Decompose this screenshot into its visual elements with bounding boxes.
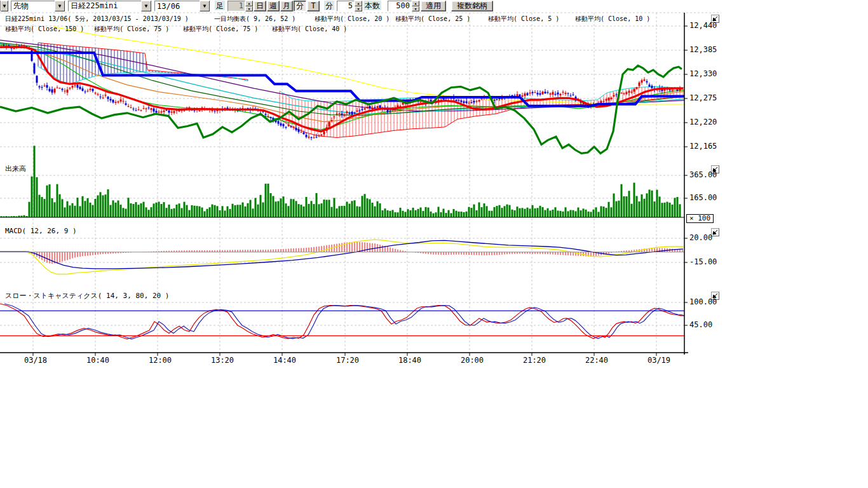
indicator-ma75b-label: 移動平均( Close, 75 ) <box>183 25 258 34</box>
indicator-ichimoku-label: 一目均衡表( 9, 26, 52 ) <box>214 15 295 24</box>
indicator-ma10-label: 移動平均( Close, 10 ) <box>575 15 650 24</box>
volume-pane-label: 出来高 <box>5 164 26 173</box>
indicator-ma150-label: 移動平均( Close, 150 ) <box>5 25 84 34</box>
y-axis-label: 12,220 <box>689 118 717 126</box>
x-axis-label: 22:40 <box>585 356 608 365</box>
y-axis-label: 365.00 <box>689 170 717 179</box>
y-axis-label: 45.00 <box>689 320 712 329</box>
y-axis-label: 100.00 <box>689 297 717 306</box>
x-axis-label: 03/19 <box>648 356 670 365</box>
y-axis-label: 12,330 <box>689 69 717 78</box>
x-axis-label: 17:20 <box>336 356 359 365</box>
y-axis-label: 12,385 <box>689 45 717 54</box>
chart-application: ▼ 先物 ▼ 日経225mini ▼ 13/06 ▼ 足 1 ▲▼ 日 週 月 … <box>0 0 868 488</box>
y-axis-label: 12,165 <box>689 142 717 151</box>
indicator-ma25-label: 移動平均( Close, 25 ) <box>395 15 470 24</box>
chart-canvas[interactable] <box>0 0 868 488</box>
volume-multiplier-badge: × 100 <box>686 214 714 223</box>
x-axis-label: 21:20 <box>523 356 546 365</box>
arrow-down-left-icon <box>712 229 719 236</box>
x-axis-label: 10:40 <box>86 356 109 365</box>
indicator-ma5-label: 移動平均( Close, 5 ) <box>488 15 559 24</box>
y-axis-label: 12,440 <box>689 21 717 30</box>
y-axis-label: 20.00 <box>689 233 712 242</box>
macd-pane-label: MACD( 12, 26, 9 ) <box>5 227 77 235</box>
x-axis-label: 03/18 <box>24 356 47 365</box>
y-axis-label: 12,275 <box>689 93 717 102</box>
indicator-ma75-label: 移動平均( Close, 75 ) <box>94 25 169 34</box>
x-axis-label: 14:40 <box>273 356 296 365</box>
x-axis-label: 18:40 <box>398 356 421 365</box>
y-axis-label: -15.00 <box>689 257 717 266</box>
y-axis-label: 165.00 <box>689 193 717 202</box>
stoch-pane-label: スロー・ストキャスティクス( 14, 3, 80, 20 ) <box>5 291 169 301</box>
indicator-ma40-label: 移動平均( Close, 40 ) <box>272 25 347 34</box>
indicator-ma20-label: 移動平均( Close, 20 ) <box>315 15 390 24</box>
x-axis-label: 12:00 <box>149 356 172 365</box>
chart-title: 日経225mini 13/06( 5分, 2013/03/15 - 2013/0… <box>5 15 189 24</box>
x-axis-label: 20:00 <box>461 356 484 365</box>
x-axis-label: 13:20 <box>211 356 234 365</box>
